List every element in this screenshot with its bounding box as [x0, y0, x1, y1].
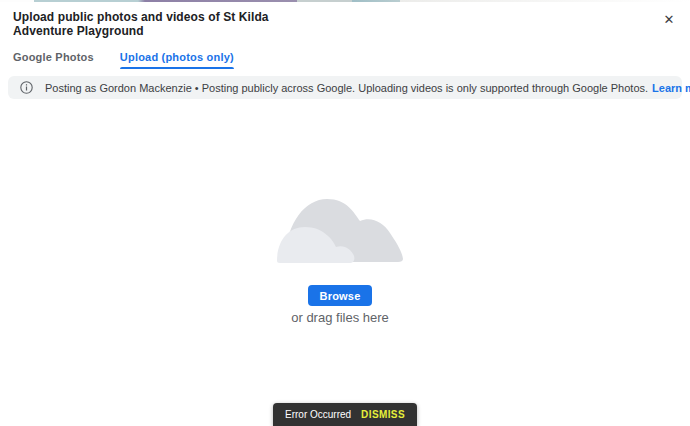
cloud-upload-illustration: [275, 195, 405, 267]
tab-google-photos[interactable]: Google Photos: [13, 51, 94, 69]
snackbar-message: Error Occurred: [285, 409, 351, 420]
dialog-title: Upload public photos and videos of St Ki…: [13, 10, 323, 38]
tab-upload-photos-only[interactable]: Upload (photos only): [120, 51, 234, 69]
upload-dropzone[interactable]: Browse or drag files here: [0, 90, 680, 370]
browse-button[interactable]: Browse: [308, 285, 373, 306]
tab-bar: Google Photos Upload (photos only): [0, 51, 690, 70]
close-icon[interactable]: ✕: [660, 10, 678, 28]
error-snackbar: Error Occurred DISMISS: [273, 403, 417, 426]
drag-files-hint: or drag files here: [291, 310, 389, 325]
dialog-header: Upload public photos and videos of St Ki…: [0, 2, 690, 38]
upload-dialog: Upload public photos and videos of St Ki…: [0, 2, 690, 426]
dismiss-button[interactable]: DISMISS: [361, 409, 405, 420]
